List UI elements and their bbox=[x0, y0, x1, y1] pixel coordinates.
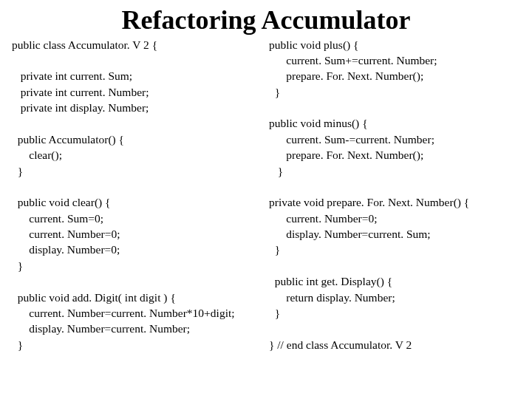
code-line: prepare. For. Next. Number(); bbox=[269, 69, 423, 82]
code-line: current. Number=0; bbox=[269, 212, 377, 225]
code-line: } bbox=[269, 86, 280, 98]
code-line: current. Number=0; bbox=[12, 228, 120, 240]
code-line: public Accumulator() { bbox=[12, 133, 124, 146]
code-line: private int current. Number; bbox=[12, 86, 149, 98]
code-line: } bbox=[12, 165, 23, 177]
left-code-column: public class Accumulator. V 2 { private … bbox=[12, 37, 266, 353]
slide-title: Refactoring Accumulator bbox=[12, 6, 520, 35]
code-line: display. Number=current. Sum; bbox=[269, 228, 431, 240]
code-line: } // end class Accumulator. V 2 bbox=[269, 338, 412, 351]
code-line: } bbox=[12, 338, 23, 351]
code-line: public void plus() { bbox=[269, 38, 359, 51]
code-line: current. Sum-=current. Number; bbox=[269, 133, 434, 146]
code-line: display. Number=current. Number; bbox=[12, 322, 190, 335]
code-line: private int display. Number; bbox=[12, 101, 149, 114]
code-line: private void prepare. For. Next. Number(… bbox=[269, 196, 469, 208]
code-line: current. Sum+=current. Number; bbox=[269, 54, 437, 66]
code-line: current. Sum=0; bbox=[12, 212, 103, 225]
code-line: return display. Number; bbox=[269, 291, 395, 304]
code-line: public void clear() { bbox=[12, 196, 111, 208]
code-columns: public class Accumulator. V 2 { private … bbox=[12, 37, 520, 353]
code-line: prepare. For. Next. Number(); bbox=[269, 149, 423, 161]
code-line: public void add. Digit( int digit ) { bbox=[12, 291, 176, 304]
code-line: } bbox=[12, 259, 23, 272]
code-line: public class Accumulator. V 2 { bbox=[12, 38, 157, 51]
right-code-column: public void plus() { current. Sum+=curre… bbox=[266, 37, 520, 353]
code-line: } bbox=[269, 307, 280, 319]
code-line: public int get. Display() { bbox=[269, 275, 392, 287]
code-line: display. Number=0; bbox=[12, 243, 120, 256]
code-line: } bbox=[269, 165, 283, 177]
code-line: } bbox=[269, 243, 280, 256]
code-line: current. Number=current. Number*10+digit… bbox=[12, 307, 235, 319]
code-line: clear(); bbox=[12, 149, 62, 161]
code-line: public void minus() { bbox=[269, 117, 368, 129]
code-line: private int current. Sum; bbox=[12, 69, 132, 82]
